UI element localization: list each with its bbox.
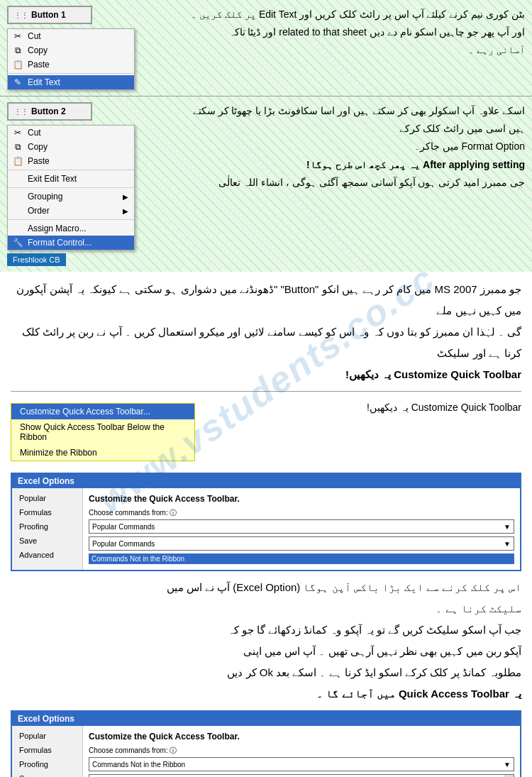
menu-cut-1[interactable]: ✂ Cut xyxy=(8,29,134,43)
cut-icon-2: ✂ xyxy=(12,127,23,138)
separator-1 xyxy=(8,73,134,74)
excel-sidebar-2: Popular Formulas Proofing Save Advanced … xyxy=(12,726,83,777)
excel-options-2-header: Excel Options xyxy=(12,712,520,726)
menu-order[interactable]: Order ▶ xyxy=(8,204,134,218)
menu-cut-2[interactable]: ✂ Cut xyxy=(8,126,134,140)
excel-options-1: Excel Options Popular Formulas Proofing … xyxy=(11,473,521,571)
dropdown2-arrow: ▼ xyxy=(504,540,511,548)
sidebar-proofing-1[interactable]: Proofing xyxy=(12,519,82,534)
content1-line2: گی ۔ لہٰذا ان ممبرز کو بتا دوں کہ وہ اس … xyxy=(11,321,521,364)
sidebar-popular-1[interactable]: Popular xyxy=(12,491,82,505)
second-urdu-text: اسکے علاوہ آپ اسکولر بھی کر سکتے ہیں اور… xyxy=(183,102,525,192)
menu-edit-text-1[interactable]: ✎ Edit Text xyxy=(8,75,134,89)
menu-format-control[interactable]: 🔧 Format Control... xyxy=(8,236,134,250)
second-urdu-line3: After applying setting یہ پھر کچھ اس طرح… xyxy=(183,156,525,174)
customize-urdu: Customize Quick Toolbar یہ دیکھیں! xyxy=(202,397,521,417)
dropdown-arrow-2: ▼ xyxy=(504,761,511,768)
divider-1 xyxy=(11,391,521,392)
content2-line4: آپکو ربن میں کہیں بھی نظر نہیں آرہی تھیں… xyxy=(11,641,521,662)
excel-sidebar-1: Popular Formulas Proofing Save Advanced xyxy=(12,488,83,570)
excel-main-1: Customize the Quick Access Toolbar. Choo… xyxy=(83,488,520,570)
menu-assign-macro[interactable]: Assign Macro... xyxy=(8,221,134,236)
content1-line1: جو ممبرز MS 2007 میں کام کر رہے ہیں انکو… xyxy=(11,279,521,321)
sidebar-advanced-1[interactable]: Advanced xyxy=(12,548,82,562)
commands-list: ← Back ☀ Bright ≡ Bullets and Numbering.… xyxy=(89,774,514,777)
freshlook-badge: Freshlook CB xyxy=(7,253,66,266)
separator-3 xyxy=(8,187,134,188)
dropdown2-1[interactable]: Popular Commands ▼ xyxy=(89,536,514,551)
second-section: ⋮⋮ Button 2 ✂ Cut ⧉ Copy 📋 Paste xyxy=(0,96,532,272)
content1-text: جو ممبرز MS 2007 میں کام کر رہے ہیں انکو… xyxy=(11,279,521,385)
commands-not-ribbon-1[interactable]: Commands Not in the Ribbon xyxy=(89,553,514,564)
customize-item-3[interactable]: Minimize the Ribbon xyxy=(11,445,194,461)
customize-urdu-text: Customize Quick Toolbar یہ دیکھیں! xyxy=(367,402,521,413)
menu-copy-1[interactable]: ⧉ Copy xyxy=(8,43,134,57)
top-urdu-line1: بٹن کوری نیم کرنے کیلئے آپ اس پر رائٹ کل… xyxy=(183,6,525,23)
highlighted-item-1: Commands Not in the Ribbon xyxy=(89,553,514,564)
menu-paste-1[interactable]: 📋 Paste xyxy=(8,57,134,72)
menu-grouping[interactable]: Grouping ▶ xyxy=(8,189,134,204)
menu-paste-2[interactable]: 📋 Paste xyxy=(8,154,134,168)
menu-exit-edit[interactable]: Exit Edit Text xyxy=(8,172,134,186)
left-panel-1: ⋮⋮ Button 1 ✂ Cut ⧉ Copy 📋 Paste xyxy=(7,6,177,90)
customize-item-2[interactable]: Show Quick Access Toolbar Below the Ribb… xyxy=(11,419,194,445)
dropdown-2[interactable]: Commands Not in the Ribbon ▼ xyxy=(89,757,514,771)
excel-main-title-2: Customize the Quick Access Toolbar. xyxy=(89,732,514,742)
copy-icon-2: ⧉ xyxy=(12,141,23,153)
excel-options-1-body: Popular Formulas Proofing Save Advanced … xyxy=(12,488,520,570)
customize-menu: Customize Quick Access Toolbar... Show Q… xyxy=(11,403,195,461)
sidebar-save-1[interactable]: Save xyxy=(12,534,82,548)
content2-line6: یہ Quick Access Toolbar میں آجائے گا ۔ xyxy=(11,683,521,705)
excel-options-1-header: Excel Options xyxy=(12,474,520,488)
button2-label: Button 2 xyxy=(31,106,66,116)
excel-main-title-1: Customize the Quick Access Toolbar. xyxy=(89,494,514,504)
button2[interactable]: ⋮⋮ Button 2 xyxy=(7,102,92,121)
sidebar-popular-2[interactable]: Popular xyxy=(12,729,82,743)
choose-label-2: Choose commands from: ⓘ xyxy=(89,746,514,756)
menu-copy-2[interactable]: ⧉ Copy xyxy=(8,140,134,154)
top-urdu-text: بٹن کوری نیم کرنے کیلئے آپ اس پر رائٹ کل… xyxy=(183,6,525,60)
sidebar-proofing-2[interactable]: Proofing xyxy=(12,757,82,771)
second-urdu-line2: Format Option میں جاکر۔ xyxy=(183,138,525,155)
cut-icon-1: ✂ xyxy=(12,31,23,42)
left-panel-2: ⋮⋮ Button 2 ✂ Cut ⧉ Copy 📋 Paste xyxy=(7,102,177,266)
paste-icon-1: 📋 xyxy=(12,59,23,70)
format-icon: 🔧 xyxy=(12,237,23,248)
content1-line3: Customize Quick Toolbar یہ دیکھیں! xyxy=(11,364,521,385)
customize-item-1[interactable]: Customize Quick Access Toolbar... xyxy=(11,404,194,419)
sidebar-formulas-2[interactable]: Formulas xyxy=(12,743,82,757)
content2-line5: مطلوبہ کمانڈ پر کلک کرکے اسکو ایڈ کرنا ہ… xyxy=(11,662,521,683)
context-menu-1: ✂ Cut ⧉ Copy 📋 Paste ✎ Edit Text xyxy=(7,28,135,90)
excel-main-2: Customize the Quick Access Toolbar. Choo… xyxy=(83,726,520,777)
copy-icon-1: ⧉ xyxy=(12,45,23,56)
dropdown1-arrow: ▼ xyxy=(504,523,511,531)
sidebar-save-2[interactable]: Save xyxy=(12,771,82,777)
content2-line3: جب آپ اسکو سلیکٹ کریں گے تو یہ آپکو وہ ک… xyxy=(11,619,521,641)
dropdown1-1[interactable]: Popular Commands ▼ xyxy=(89,519,514,534)
context-menu-2: ✂ Cut ⧉ Copy 📋 Paste Exit Edit Text Gro xyxy=(7,125,135,250)
grouping-arrow: ▶ xyxy=(123,193,128,201)
choose-label-1: Choose commands from: ⓘ xyxy=(89,508,514,518)
top-urdu-line3: آسانی رہے ۔ xyxy=(183,41,525,59)
content2-text: اس پر کلک کرنے سے ایک بڑا باکس آپن ہوگا … xyxy=(11,577,521,705)
separator-4 xyxy=(8,219,134,220)
top-urdu-line2: اور آپ پھر جو چاہیں اسکو نام دے دیں rela… xyxy=(183,23,525,41)
second-urdu-line1: اسکے علاوہ آپ اسکولر بھی کر سکتے ہیں اور… xyxy=(183,102,525,138)
second-urdu-line4: جی ممبرز امید کرتی ہوں آپکو آسانی سمجھ آ… xyxy=(183,174,525,192)
page-content: ⋮⋮ Button 1 ✂ Cut ⧉ Copy 📋 Paste xyxy=(0,0,532,777)
button1-label: Button 1 xyxy=(31,10,66,20)
top-section: ⋮⋮ Button 1 ✂ Cut ⧉ Copy 📋 Paste xyxy=(0,0,532,96)
edit-icon-1: ✎ xyxy=(12,77,23,88)
content-area-1: جو ممبرز MS 2007 میں کام کر رہے ہیں انکو… xyxy=(0,272,532,777)
paste-icon-2: 📋 xyxy=(12,155,23,167)
excel-options-2: Excel Options Popular Formulas Proofing … xyxy=(11,710,521,777)
separator-2 xyxy=(8,170,134,170)
button1[interactable]: ⋮⋮ Button 1 xyxy=(7,6,92,24)
order-arrow: ▶ xyxy=(123,207,128,215)
content2-line1: اس پر کلک کرنے سے ایک بڑا باکس آپن ہوگا … xyxy=(11,577,521,598)
content2-line2: سلیکٹ کرنا ہے ۔ xyxy=(11,598,521,619)
excel-options-2-body: Popular Formulas Proofing Save Advanced … xyxy=(12,726,520,777)
sidebar-formulas-1[interactable]: Formulas xyxy=(12,505,82,519)
